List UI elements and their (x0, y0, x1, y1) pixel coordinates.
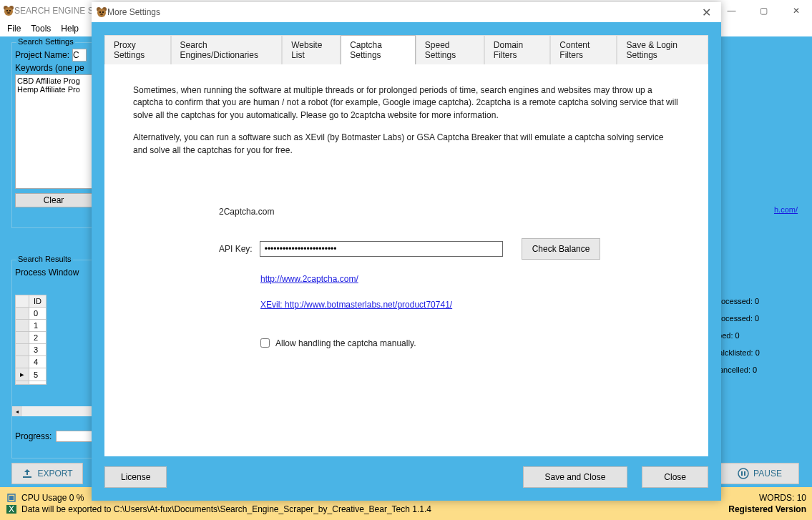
keywords-textarea[interactable]: CBD Affiliate Prog Hemp Affiliate Pro (15, 74, 92, 189)
svg-rect-10 (9, 496, 14, 500)
2captcha-link[interactable]: http://www.2captcha.com/ (260, 274, 680, 284)
table-row: 4 (16, 356, 47, 368)
license-button[interactable]: License (104, 466, 167, 488)
process-window-label: Process Window (15, 268, 94, 278)
export-path-label: Data will be exported to C:\Users\At-fux… (21, 504, 431, 514)
tab-speed[interactable]: Speed Settings (416, 35, 484, 64)
svg-text:X: X (9, 504, 14, 514)
tab-engines[interactable]: Search Engines/Dictionaries (171, 35, 283, 64)
stat-scraped: aped: 0 (713, 331, 806, 340)
table-row: 3 (16, 344, 47, 356)
results-hscrollbar[interactable]: ◂ (12, 406, 97, 416)
save-close-button[interactable]: Save and Close (523, 466, 628, 488)
service-name-label: 2Captcha.com (219, 207, 680, 217)
svg-point-17 (102, 11, 104, 13)
svg-point-6 (738, 469, 748, 479)
keywords-count: WORDS: 10 (759, 493, 806, 503)
tab-proxy[interactable]: Proxy Settings (104, 35, 171, 64)
tab-domain[interactable]: Domain Filters (484, 35, 551, 64)
svg-point-16 (99, 11, 101, 13)
stat-processed-1: Processed: 0 (713, 297, 806, 305)
svg-point-2 (4, 7, 13, 16)
progress-label: Progress: (15, 431, 52, 441)
bear-icon (96, 6, 107, 18)
table-row: 0 (16, 308, 47, 320)
results-table[interactable]: ID 0 1 2 3 4 ▸5 (15, 295, 47, 385)
search-settings-group: Search Settings Project Name: Keywords (… (11, 42, 97, 228)
clear-button[interactable]: Clear (15, 193, 92, 207)
settings-tabstrip: Proxy Settings Search Engines/Dictionari… (104, 35, 708, 64)
captcha-para1: Sometimes, when running the software at … (133, 84, 680, 122)
menu-tools[interactable]: Tools (31, 24, 51, 34)
stats-panel: Processed: 0 Processed: 0 aped: 0 Balckl… (713, 288, 806, 383)
website-link[interactable]: h.com/ (774, 205, 798, 214)
export-button[interactable]: EXPORT (11, 463, 83, 484)
export-label: EXPORT (37, 469, 72, 479)
svg-point-5 (7, 11, 10, 14)
svg-point-15 (97, 9, 106, 17)
stat-processed-2: Processed: 0 (713, 314, 806, 323)
tab-captcha[interactable]: Captcha Settings (341, 35, 416, 64)
excel-icon: X (6, 504, 17, 515)
dialog-close-icon[interactable]: ✕ (696, 6, 717, 19)
registered-label: Registered Version (728, 504, 806, 514)
tab-website[interactable]: Website List (282, 35, 341, 64)
tab-content[interactable]: Content Filters (550, 35, 617, 64)
svg-rect-8 (744, 471, 745, 476)
check-balance-button[interactable]: Check Balance (522, 238, 601, 260)
api-key-input[interactable] (260, 241, 503, 257)
svg-point-3 (6, 10, 8, 11)
menu-file[interactable]: File (7, 24, 21, 34)
manual-captcha-label: Allow handling the captcha manually. (275, 338, 416, 348)
project-name-input[interactable] (72, 49, 87, 62)
pause-icon (738, 468, 749, 479)
progress-bar (56, 431, 94, 442)
cpu-usage-label: CPU Usage 0 % (21, 493, 84, 503)
menu-help[interactable]: Help (61, 24, 79, 34)
stat-blacklisted: Balcklisted: 0 (713, 348, 806, 357)
table-row (16, 381, 47, 385)
dialog-titlebar: More Settings ✕ (92, 2, 721, 22)
captcha-tab-body: Sometimes, when running the software at … (104, 64, 708, 456)
id-header: ID (29, 295, 47, 308)
stat-cancelled: Cancelled: 0 (713, 366, 806, 374)
bear-icon (3, 5, 14, 16)
more-settings-dialog: More Settings ✕ Proxy Settings Search En… (92, 2, 721, 501)
pause-label: PAUSE (753, 469, 782, 479)
svg-point-18 (100, 14, 103, 16)
search-results-legend: Search Results (16, 255, 73, 263)
project-name-label: Project Name: (15, 50, 69, 60)
captcha-para2: Alternatively, you can run a software su… (133, 132, 680, 157)
table-row: ▸5 (16, 368, 47, 381)
manual-captcha-checkbox[interactable] (260, 338, 270, 348)
search-settings-legend: Search Settings (16, 37, 75, 46)
search-results-group: Search Results Process Window ID 0 1 2 3… (11, 260, 97, 458)
close-window-button[interactable]: ✕ (780, 0, 812, 21)
xevil-link[interactable]: XEvil: http://www.botmasterlabs.net/prod… (260, 300, 680, 310)
tab-save[interactable]: Save & Login Settings (617, 35, 708, 64)
cpu-icon (6, 492, 17, 504)
table-row: 2 (16, 332, 47, 344)
api-key-label: API Key: (219, 244, 253, 254)
upload-icon (21, 468, 33, 479)
keywords-label: Keywords (one pe (15, 63, 84, 73)
dialog-title: More Settings (107, 7, 160, 17)
pause-button[interactable]: PAUSE (720, 463, 799, 484)
maximize-button[interactable]: ▢ (748, 0, 780, 21)
svg-point-4 (9, 10, 11, 11)
table-row: 1 (16, 320, 47, 332)
close-button[interactable]: Close (642, 466, 708, 488)
svg-rect-7 (741, 471, 743, 476)
